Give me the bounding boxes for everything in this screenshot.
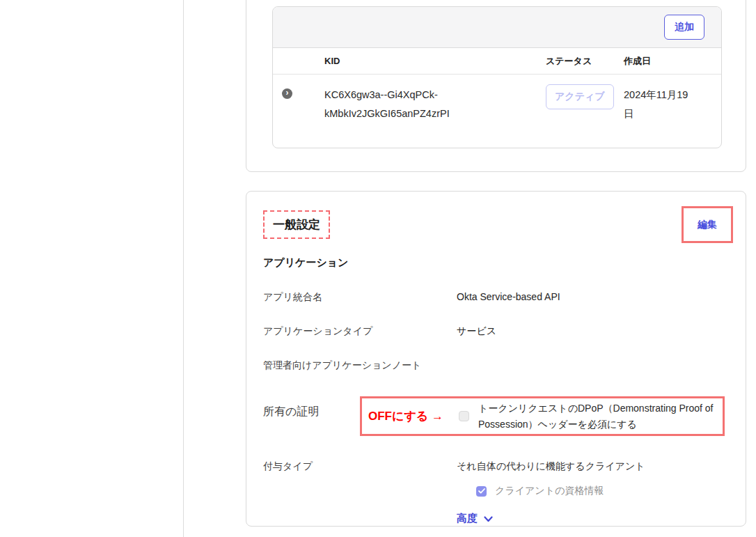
add-key-button[interactable]: 追加	[664, 15, 704, 40]
keys-table: 追加 KID ステータス 作成日 › KC6X6gw3a--Gi4XqPCk-k…	[272, 6, 722, 148]
chevron-right-circle-icon[interactable]: ›	[282, 88, 292, 99]
client-credentials-label: クライアントの資格情報	[495, 485, 604, 497]
kid-cell: KC6X6gw3a--Gi4XqPCk-kMbkIv2JGkGI65anPZ4z…	[324, 84, 546, 123]
created-date: 2024年11月19日	[624, 84, 692, 123]
dpop-checkbox[interactable]	[459, 411, 469, 421]
field-value: Okta Service-based API	[457, 291, 560, 304]
keys-table-header: KID ステータス 作成日	[273, 48, 721, 75]
sidebar-divider	[183, 0, 184, 537]
edit-link-highlight: 編集	[682, 206, 733, 243]
check-icon	[478, 488, 485, 494]
client-credentials-row: クライアントの資格情報	[476, 485, 645, 497]
table-row: › KC6X6gw3a--Gi4XqPCk-kMbkIv2JGkGI65anPZ…	[273, 75, 721, 123]
turn-off-annotation: OFFにする →	[368, 408, 455, 424]
field-label: 管理者向けアプリケーションノート	[263, 359, 457, 372]
keys-card: 追加 KID ステータス 作成日 › KC6X6gw3a--Gi4XqPCk-k…	[246, 0, 746, 172]
page-title: 一般設定	[273, 218, 320, 231]
field-row-grant-type: 付与タイプ それ自体の代わりに機能するクライアント クライアントの資格情報 高度	[263, 460, 729, 525]
general-settings-card: 一般設定 編集 アプリケーション アプリ統合名 Okta Service-bas…	[246, 191, 746, 527]
field-row-proof-of-possession: 所有の証明 OFFにする → トークンリクエストのDPoP（Demonstrat…	[263, 396, 729, 437]
field-row-app-type: アプリケーションタイプ サービス	[263, 325, 729, 338]
application-section-heading: アプリケーション	[263, 256, 729, 270]
page: 追加 KID ステータス 作成日 › KC6X6gw3a--Gi4XqPCk-k…	[0, 0, 756, 537]
field-row-app-name: アプリ統合名 Okta Service-based API	[263, 291, 729, 304]
grant-type-value-block: それ自体の代わりに機能するクライアント クライアントの資格情報 高度	[457, 460, 645, 525]
column-header-status: ステータス	[546, 55, 624, 68]
row-expand-cell: ›	[273, 84, 324, 123]
dpop-checkbox-label: トークンリクエストのDPoP（Demonstrating Proof of Po…	[478, 400, 723, 433]
keys-table-toolbar: 追加	[273, 7, 721, 48]
column-header-created: 作成日	[624, 55, 721, 68]
field-row-admin-note: 管理者向けアプリケーションノート	[263, 359, 729, 372]
field-label: 付与タイプ	[263, 460, 457, 525]
grant-type-value: それ自体の代わりに機能するクライアント	[457, 460, 645, 473]
general-settings-title-highlight: 一般設定	[263, 210, 330, 239]
advanced-toggle[interactable]: 高度	[457, 512, 645, 525]
client-credentials-checkbox[interactable]	[476, 486, 487, 497]
kid-value: KC6X6gw3a--Gi4XqPCk-kMbkIv2JGkGI65anPZ4z…	[324, 84, 486, 123]
created-cell: 2024年11月19日	[624, 84, 721, 123]
status-cell: アクティブ	[546, 84, 624, 123]
chevron-down-icon	[484, 516, 493, 522]
edit-link[interactable]: 編集	[698, 219, 717, 230]
field-label: アプリケーションタイプ	[263, 325, 457, 338]
field-label: アプリ統合名	[263, 291, 457, 304]
column-header-kid: KID	[324, 56, 546, 66]
field-value: サービス	[457, 325, 496, 338]
status-badge: アクティブ	[546, 84, 614, 109]
dpop-highlight-box: OFFにする → トークンリクエストのDPoP（Demonstrating Pr…	[360, 396, 725, 436]
advanced-label: 高度	[457, 512, 478, 525]
